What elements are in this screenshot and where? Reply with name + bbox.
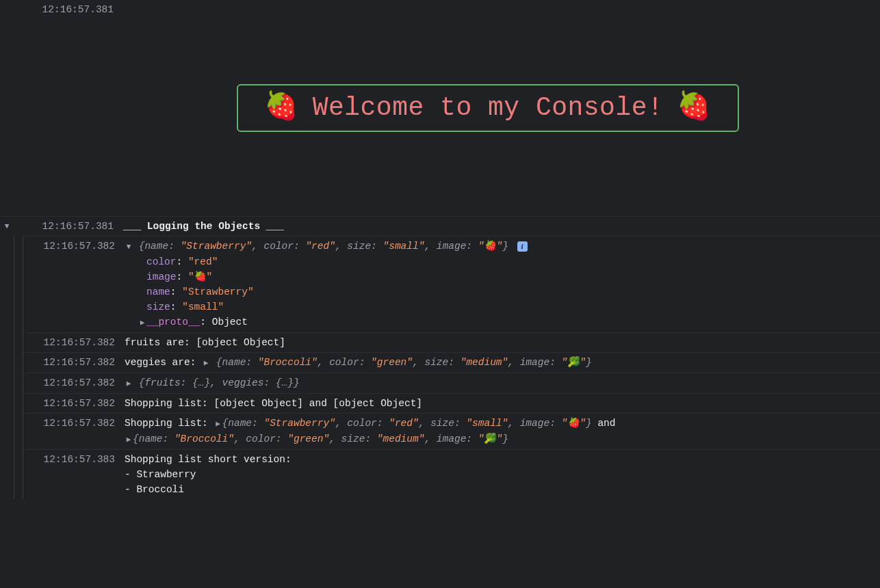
object-property: name: "Strawberry" [125,284,873,299]
log-content: ▶ {fruits: {…}, veggies: {…}} [125,375,880,391]
log-content: ▼ {name: "Strawberry", color: "red", siz… [125,239,880,330]
object-preview[interactable]: {name: "Broccoli", color: "green", size:… [133,433,508,444]
object-preview[interactable]: {fruits: {…}, veggies: {…}} [139,377,300,388]
timestamp: 12:16:57.382 [23,239,125,254]
banner-wrap: 🍓 Welcome to my Console! 🍓 [123,2,880,214]
group-title: ___ Logging the Objects ___ [123,219,880,234]
log-line: - Broccoli [125,482,873,497]
console-row: 12:16:57.382 ▶ {fruits: {…}, veggies: {…… [23,373,880,393]
log-content: Shopping list short version: - Strawberr… [125,452,880,497]
timestamp: 12:16:57.382 [23,375,125,390]
chevron-down-icon[interactable]: ▼ [125,239,133,254]
console-row: 12:16:57.382 Shopping list: [object Obje… [23,393,880,413]
strawberry-icon: 🍓 [264,101,299,116]
console-row: 12:16:57.382 ▼ {name: "Strawberry", colo… [23,236,880,332]
info-icon[interactable]: i [517,241,528,252]
log-line: Shopping list short version: [125,452,873,467]
chevron-right-icon[interactable]: ▶ [214,416,222,431]
console-group-body: 12:16:57.382 ▼ {name: "Strawberry", colo… [14,236,880,499]
console-group-header[interactable]: ▼ 12:16:57.381 ___ Logging the Objects _… [0,216,880,236]
chevron-right-icon[interactable]: ▶ [138,315,146,330]
chevron-right-icon[interactable]: ▶ [125,376,133,391]
object-preview[interactable]: {name: "Strawberry", color: "red", size:… [222,418,592,429]
object-preview[interactable]: {name: "Strawberry", color: "red", size:… [139,241,515,252]
chevron-down-icon[interactable]: ▼ [0,222,14,230]
console-row: 12:16:57.381 🍓 Welcome to my Console! 🍓 [0,0,880,216]
object-property: color: "red" [125,254,873,269]
strawberry-icon: 🍓 [677,101,712,116]
timestamp: 12:16:57.382 [23,355,125,370]
chevron-right-icon[interactable]: ▶ [202,356,210,371]
object-proto[interactable]: ▶__proto__: Object [125,315,873,330]
timestamp: 12:16:57.382 [23,396,125,411]
console-row: 12:16:57.382 fruits are: [object Object] [23,332,880,352]
log-content: fruits are: [object Object] [125,335,880,350]
console-row: 12:16:57.383 Shopping list short version… [23,449,880,499]
console-row: 12:16:57.382 Shopping list: ▶{name: "Str… [23,413,880,449]
log-content: veggies are: ▶ {name: "Broccoli", color:… [125,355,880,371]
timestamp: 12:16:57.382 [23,416,125,431]
log-content: Shopping list: ▶{name: "Strawberry", col… [125,416,880,447]
console-panel: 12:16:57.381 🍓 Welcome to my Console! 🍓 … [0,0,880,499]
object-property: image: "🍓" [125,269,873,284]
timestamp: 12:16:57.381 [0,2,123,17]
object-preview[interactable]: {name: "Broccoli", color: "green", size:… [216,357,592,368]
log-line: - Strawberry [125,467,873,482]
banner-text: Welcome to my Console! [313,101,664,116]
welcome-banner: 🍓 Welcome to my Console! 🍓 [237,84,739,132]
timestamp: 12:16:57.382 [23,335,125,350]
console-row: 12:16:57.382 veggies are: ▶ {name: "Broc… [23,352,880,373]
chevron-right-icon[interactable]: ▶ [125,432,133,447]
log-content: Shopping list: [object Object] and [obje… [125,396,880,411]
object-property: size: "small" [125,299,873,315]
timestamp: 12:16:57.381 [14,219,123,234]
timestamp: 12:16:57.383 [23,452,125,467]
